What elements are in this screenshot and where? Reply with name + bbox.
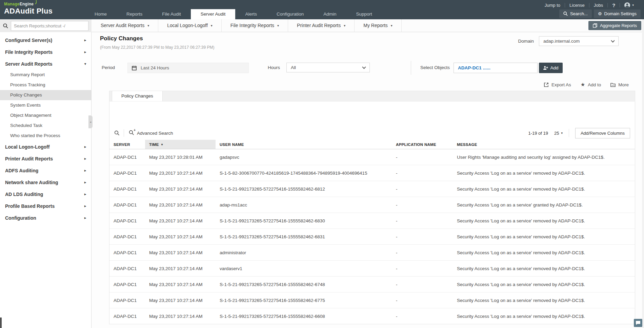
nav-tab-server-audit[interactable]: Server Audit <box>191 9 236 19</box>
cell-time: May 23,2017 10:27:14 AM <box>145 229 216 244</box>
cell-server: ADAP-DC1 <box>109 197 145 213</box>
select-objects-input[interactable] <box>454 63 538 73</box>
subnav-item-file-integrity-reports[interactable]: File Integrity Reports▾ <box>222 19 288 32</box>
table-row[interactable]: ADAP-DC1May 23,2017 10:27:14 AMadap-ms1a… <box>109 197 635 213</box>
sidebar-item-label: Network share Auditing <box>5 180 58 185</box>
sidebar-item-profile-based-reports[interactable]: Profile Based Reports▸ <box>0 200 91 212</box>
table-row[interactable]: ADAP-DC1May 23,2017 10:27:14 AMS-1-5-21-… <box>109 277 635 292</box>
chevron-right-icon: ▸ <box>84 204 86 208</box>
controls-divider <box>124 129 124 137</box>
sidebar-subitem-policy-changes[interactable]: Policy Changes <box>0 90 91 100</box>
column-search-icon[interactable] <box>114 130 124 136</box>
cell-application-name: - <box>392 181 453 197</box>
table-row[interactable]: ADAP-DC1May 23,2017 10:27:14 AMadministr… <box>109 245 635 261</box>
nav-tab-configuration[interactable]: Configuration <box>267 9 314 19</box>
nav-tab-admin[interactable]: Admin <box>314 9 346 19</box>
column-header-user-name[interactable]: USER NAME <box>216 140 392 149</box>
logo-swoosh-icon <box>31 0 37 5</box>
sidebar-item-printer-audit-reports[interactable]: Printer Audit Reports▸ <box>0 153 91 165</box>
cell-application-name: - <box>392 149 453 165</box>
table-row[interactable]: ADAP-DC1May 23,2017 10:27:14 AMvardaserv… <box>109 261 635 277</box>
sidebar-item-configured-server-s[interactable]: Configured Server(s)▸ <box>0 34 91 46</box>
domain-select[interactable]: adap.internal.com <box>539 36 619 46</box>
table-row[interactable]: ADAP-DC1May 23,2017 10:27:14 AMS-1-5-21-… <box>109 229 635 245</box>
sidebar-subitem-summary-report[interactable]: Summary Report <box>0 70 91 80</box>
help-link[interactable]: ? <box>608 2 620 8</box>
sidebar-item-label: ADFS Auditing <box>5 168 38 173</box>
more-button[interactable]: More <box>610 82 629 87</box>
sidebar-search <box>0 19 92 32</box>
sidebar-subitem-process-tracking[interactable]: Process Tracking <box>0 80 91 90</box>
aggregate-reports-button[interactable]: Aggregate Reports <box>588 21 641 30</box>
chevron-right-icon: ▸ <box>84 145 86 149</box>
export-as-button[interactable]: Export As <box>544 82 571 87</box>
cell-message: Security Access 'Log on as a service' re… <box>453 308 635 324</box>
sidebar-item-adfs-auditing[interactable]: ADFS Auditing▸ <box>0 165 91 176</box>
report-search-input[interactable] <box>11 21 88 31</box>
topbar-buttons: Search... ⚙ Domain Settings <box>559 9 641 18</box>
sidebar-subitem-who-started-the-process[interactable]: Who started the Process <box>0 131 91 141</box>
table-row[interactable]: ADAP-DC1May 23,2017 10:27:14 AMS-1-5-21-… <box>109 292 635 308</box>
page-scrollbar[interactable] <box>642 19 644 328</box>
advanced-search-label: Advanced Search <box>137 131 173 136</box>
sidebar-item-network-share-auditing[interactable]: Network share Auditing▸ <box>0 176 91 188</box>
sidebar-collapse-handle[interactable]: ◂ <box>88 115 93 128</box>
sidebar-item-configuration[interactable]: Configuration▸ <box>0 212 91 224</box>
sidebar-subitem-system-events[interactable]: System Events <box>0 100 91 110</box>
column-header-application-name[interactable]: APPLICATION NAME <box>392 140 453 149</box>
cell-server: ADAP-DC1 <box>109 277 145 292</box>
nav-tab-file-audit[interactable]: File Audit <box>152 9 191 19</box>
top-link-jump-to[interactable]: Jump to <box>540 3 565 8</box>
table-row[interactable]: ADAP-DC1May 23,2017 10:27:14 AMS-1-5-21-… <box>109 181 635 197</box>
sidebar-subitem-object-management[interactable]: Object Management <box>0 110 91 121</box>
sidebar-subitem-scheduled-task[interactable]: Scheduled Task <box>0 121 91 131</box>
cell-server: ADAP-DC1 <box>109 181 145 197</box>
add-remove-columns-button[interactable]: Add/Remove Columns <box>575 128 630 138</box>
cell-user-name: administrator <box>216 245 392 260</box>
subnav-item-printer-audit-reports[interactable]: Printer Audit Reports▾ <box>288 19 355 32</box>
cell-time: May 23,2017 10:27:14 AM <box>145 245 216 260</box>
tab-policy-changes[interactable]: Policy Changes <box>112 91 163 102</box>
user-menu[interactable]: ▾ <box>620 2 634 8</box>
nav-tab-reports[interactable]: Reports <box>117 9 152 19</box>
sidebar-item-file-integrity-reports[interactable]: File Integrity Reports▸ <box>0 46 91 58</box>
nav-tab-alerts[interactable]: Alerts <box>235 9 267 19</box>
global-search-button[interactable]: Search... <box>559 9 592 18</box>
subnav-item-local-logon-logoff[interactable]: Local Logon-Logoff▾ <box>158 19 222 32</box>
subnav-item-my-reports[interactable]: My Reports▾ <box>355 19 402 32</box>
sidebar-item-ad-lds-auditing[interactable]: AD LDS Auditing▸ <box>0 188 91 200</box>
chevron-down-icon: ▾ <box>632 3 634 7</box>
add-to-button[interactable]: ★ Add to <box>581 82 601 87</box>
subnav-item-server-audit-reports[interactable]: Server Audit Reports▾ <box>92 19 158 32</box>
sidebar-item-server-audit-reports[interactable]: Server Audit Reports▾ <box>0 58 91 70</box>
column-header-message[interactable]: MESSAGE <box>453 140 635 149</box>
cell-server: ADAP-DC1 <box>109 245 145 260</box>
table-row[interactable]: ADAP-DC1May 23,2017 10:27:14 AMS-1-5-21-… <box>109 308 635 324</box>
search-icon[interactable] <box>0 23 11 28</box>
advanced-search-button[interactable]: + Advanced Search <box>129 130 173 136</box>
top-link-jobs[interactable]: Jobs <box>589 3 607 8</box>
domain-settings-button[interactable]: ⚙ Domain Settings <box>594 9 641 18</box>
cell-server: ADAP-DC1 <box>109 213 145 228</box>
table-row[interactable]: ADAP-DC1May 23,2017 10:27:14 AMS-1-5-21-… <box>109 213 635 229</box>
nav-tab-support[interactable]: Support <box>346 9 382 19</box>
period-field[interactable]: Last 24 Hours <box>127 63 249 73</box>
table-row[interactable]: ADAP-DC1May 23,2017 10:28:01 AMgadapsvc-… <box>109 149 635 165</box>
column-header-server[interactable]: SERVER <box>109 140 145 149</box>
top-link-license[interactable]: License <box>565 3 589 8</box>
hours-select[interactable]: All <box>286 63 370 72</box>
page-title: Policy Changes <box>100 35 143 42</box>
subnav-item-label: File Integrity Reports <box>230 19 274 32</box>
column-header-time[interactable]: TIME▾ <box>145 140 216 149</box>
table-row[interactable]: ADAP-DC1May 23,2017 10:27:14 AMS-1-5-82-… <box>109 165 635 181</box>
cell-message: Security Access 'Log on as a service' re… <box>453 213 635 228</box>
page-size-select[interactable]: 25 ▾ <box>554 131 563 136</box>
sidebar-item-label: Profile Based Reports <box>5 203 55 209</box>
nav-tab-home[interactable]: Home <box>85 9 117 19</box>
add-objects-button[interactable]: Add <box>539 63 563 73</box>
chat-widget-button[interactable] <box>634 319 642 327</box>
cell-time: May 23,2017 10:27:14 AM <box>145 292 216 308</box>
sidebar-item-local-logon-logoff[interactable]: Local Logon-Logoff▸ <box>0 141 91 153</box>
cell-time: May 23,2017 10:27:14 AM <box>145 213 216 228</box>
left-scrollbar-thumb[interactable] <box>0 318 2 328</box>
